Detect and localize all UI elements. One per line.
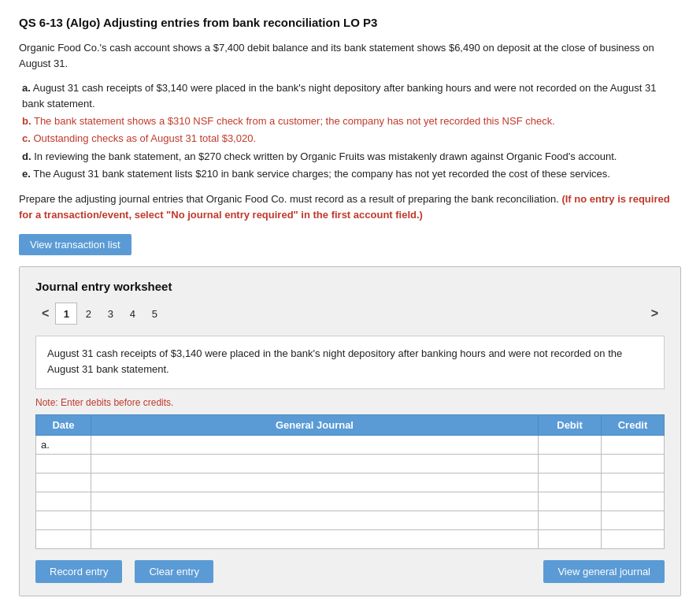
items-list: a. August 31 cash receipts of $3,140 wer… <box>19 80 681 182</box>
row2-journal-cell[interactable] <box>91 455 539 473</box>
col-header-debit: Debit <box>539 415 602 436</box>
row4-journal-cell[interactable] <box>91 492 539 511</box>
view-general-journal-button[interactable]: View general journal <box>543 560 665 583</box>
clear-entry-button[interactable]: Clear entry <box>135 560 213 583</box>
row2-date <box>36 455 91 473</box>
row1-journal-cell[interactable] <box>91 436 539 455</box>
row5-credit-cell[interactable] <box>602 511 665 530</box>
row5-debit-input[interactable] <box>539 511 601 529</box>
row6-credit-cell[interactable] <box>602 530 665 549</box>
item-c: c. Outstanding checks as of August 31 to… <box>22 131 681 147</box>
row6-journal-cell[interactable] <box>91 530 539 549</box>
table-row <box>36 473 665 492</box>
row6-debit-cell[interactable] <box>539 530 602 549</box>
table-row <box>36 530 665 549</box>
row1-credit-input[interactable] <box>602 436 664 454</box>
page-3-button[interactable]: 3 <box>99 303 121 325</box>
row3-journal-input[interactable] <box>91 473 538 492</box>
table-row: a. <box>36 436 665 455</box>
bottom-buttons: Record entry Clear entry View general jo… <box>35 560 665 583</box>
row4-date <box>36 492 91 511</box>
row5-debit-cell[interactable] <box>539 511 602 530</box>
row1-date: a. <box>36 436 91 455</box>
page-prev-button[interactable]: < <box>35 305 55 322</box>
row2-credit-cell[interactable] <box>602 455 665 473</box>
row1-credit-cell[interactable] <box>602 436 665 455</box>
page-next-button[interactable]: > <box>645 305 665 322</box>
worksheet-container: Journal entry worksheet < 1 2 3 4 5 > Au… <box>19 266 681 596</box>
intro-text: Organic Food Co.'s cash account shows a … <box>19 40 681 71</box>
view-transaction-button[interactable]: View transaction list <box>19 234 131 255</box>
page-2-button[interactable]: 2 <box>77 303 99 325</box>
row4-debit-input[interactable] <box>539 492 601 511</box>
row3-credit-input[interactable] <box>602 473 664 492</box>
row6-date <box>36 530 91 549</box>
instruction: Prepare the adjusting journal entries th… <box>19 191 681 223</box>
row5-credit-input[interactable] <box>602 511 664 529</box>
row5-journal-input[interactable] <box>91 511 538 529</box>
row4-credit-cell[interactable] <box>602 492 665 511</box>
pagination: < 1 2 3 4 5 > <box>35 303 665 325</box>
note-text: Note: Enter debits before credits. <box>35 397 665 408</box>
row3-debit-input[interactable] <box>539 473 601 492</box>
journal-table: Date General Journal Debit Credit a. <box>35 414 665 549</box>
description-box: August 31 cash receipts of $3,140 were p… <box>35 336 665 389</box>
row1-debit-cell[interactable] <box>539 436 602 455</box>
item-e: e. The August 31 bank statement lists $2… <box>22 166 681 182</box>
item-d: d. In reviewing the bank statement, an $… <box>22 149 681 165</box>
page-5-button[interactable]: 5 <box>143 303 165 325</box>
btn-group-left: Record entry Clear entry <box>35 560 213 583</box>
item-a: a. August 31 cash receipts of $3,140 wer… <box>22 80 681 112</box>
worksheet-title: Journal entry worksheet <box>35 280 665 293</box>
row2-debit-input[interactable] <box>539 455 601 473</box>
col-header-journal: General Journal <box>91 415 539 436</box>
col-header-date: Date <box>36 415 91 436</box>
row5-journal-cell[interactable] <box>91 511 539 530</box>
row2-credit-input[interactable] <box>602 455 664 473</box>
row3-debit-cell[interactable] <box>539 473 602 492</box>
row1-debit-input[interactable] <box>539 436 601 454</box>
row4-debit-cell[interactable] <box>539 492 602 511</box>
page-title: QS 6-13 (Algo) Adjusting entries from ba… <box>19 16 681 29</box>
table-row <box>36 511 665 530</box>
page-4-button[interactable]: 4 <box>121 303 143 325</box>
row2-debit-cell[interactable] <box>539 455 602 473</box>
row3-date <box>36 473 91 492</box>
table-row <box>36 492 665 511</box>
col-header-credit: Credit <box>602 415 665 436</box>
row4-journal-input[interactable] <box>91 492 538 511</box>
page-1-button[interactable]: 1 <box>55 303 77 325</box>
row6-credit-input[interactable] <box>602 530 664 548</box>
item-b: b. The bank statement shows a $310 NSF c… <box>22 113 681 129</box>
instruction-normal: Prepare the adjusting journal entries th… <box>19 193 559 205</box>
table-row <box>36 455 665 473</box>
row6-debit-input[interactable] <box>539 530 601 548</box>
record-entry-button[interactable]: Record entry <box>35 560 122 583</box>
row2-journal-input[interactable] <box>91 455 538 473</box>
row1-journal-input[interactable] <box>91 436 538 454</box>
row3-journal-cell[interactable] <box>91 473 539 492</box>
row5-date <box>36 511 91 530</box>
row6-journal-input[interactable] <box>91 530 538 548</box>
row3-credit-cell[interactable] <box>602 473 665 492</box>
row4-credit-input[interactable] <box>602 492 664 511</box>
